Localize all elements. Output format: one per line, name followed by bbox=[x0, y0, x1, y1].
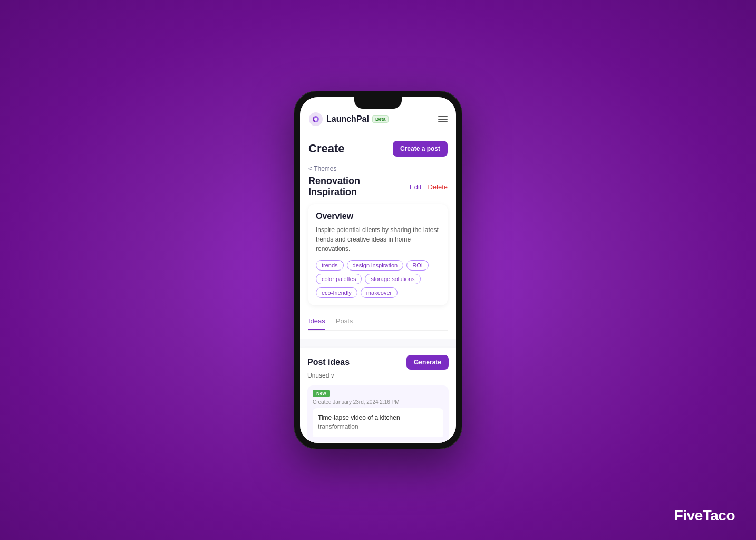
idea-card-text: Time-lapse video of a kitchen transforma… bbox=[318, 413, 438, 431]
theme-title-row: Renovation Inspiration Edit Delete bbox=[308, 176, 448, 198]
chevron-down-icon: ∨ bbox=[331, 373, 334, 379]
theme-title: Renovation Inspiration bbox=[308, 176, 410, 198]
overview-description: Inspire potential clients by sharing the… bbox=[316, 225, 440, 254]
tag: trends bbox=[316, 260, 344, 271]
tag: makeover bbox=[361, 287, 398, 298]
tag: eco-friendly bbox=[316, 287, 357, 298]
svg-point-1 bbox=[314, 118, 317, 121]
page-header-row: Create Create a post bbox=[308, 141, 448, 157]
generate-button[interactable]: Generate bbox=[406, 355, 449, 370]
new-badge: New bbox=[313, 390, 330, 397]
idea-card-body: Time-lapse video of a kitchen transforma… bbox=[313, 408, 443, 437]
theme-actions: Edit Delete bbox=[410, 183, 448, 191]
edit-link[interactable]: Edit bbox=[410, 183, 421, 191]
idea-card-meta: Created January 23rd, 2024 2:16 PM bbox=[307, 399, 449, 408]
post-ideas-section: Post ideas Generate Unused ∨ New Created… bbox=[300, 339, 456, 443]
logo-text: LaunchPal bbox=[326, 114, 369, 124]
page-title: Create bbox=[308, 142, 344, 156]
unused-filter[interactable]: Unused ∨ bbox=[307, 372, 449, 379]
hamburger-menu-icon[interactable] bbox=[438, 116, 448, 122]
idea-card: New Created January 23rd, 2024 2:16 PM T… bbox=[307, 385, 449, 442]
tag: storage solutions bbox=[365, 274, 420, 284]
tab-ideas[interactable]: Ideas bbox=[308, 317, 325, 330]
post-ideas-content: Post ideas Generate Unused ∨ New Created… bbox=[300, 348, 456, 443]
phone-device: LaunchPal Beta Create Create a post < Th… bbox=[294, 91, 462, 449]
phone-notch bbox=[354, 97, 402, 109]
tabs-row: Ideas Posts bbox=[308, 312, 448, 331]
tag: design inspiration bbox=[347, 260, 404, 271]
phone-screen: LaunchPal Beta Create Create a post < Th… bbox=[300, 97, 456, 443]
app-content: LaunchPal Beta Create Create a post < Th… bbox=[300, 97, 456, 443]
overview-card: Overview Inspire potential clients by sh… bbox=[308, 204, 448, 305]
tag: ROI bbox=[406, 260, 429, 271]
beta-badge: Beta bbox=[372, 115, 389, 123]
back-link[interactable]: < Themes bbox=[308, 165, 448, 172]
post-ideas-title: Post ideas bbox=[307, 358, 350, 367]
overview-title: Overview bbox=[316, 211, 440, 221]
create-post-button[interactable]: Create a post bbox=[393, 141, 448, 157]
tag: color palettes bbox=[316, 274, 362, 284]
page-content: Create Create a post < Themes Renovation… bbox=[300, 132, 456, 339]
unused-filter-label: Unused bbox=[307, 372, 329, 379]
delete-link[interactable]: Delete bbox=[428, 183, 448, 191]
tags-area: trendsdesign inspirationROIcolor palette… bbox=[316, 260, 440, 298]
logo-area: LaunchPal Beta bbox=[308, 112, 389, 127]
post-ideas-header: Post ideas Generate bbox=[307, 355, 449, 370]
tab-posts[interactable]: Posts bbox=[336, 317, 353, 330]
fivetaco-watermark: FiveTaco bbox=[674, 507, 735, 524]
logo-icon bbox=[308, 112, 323, 127]
